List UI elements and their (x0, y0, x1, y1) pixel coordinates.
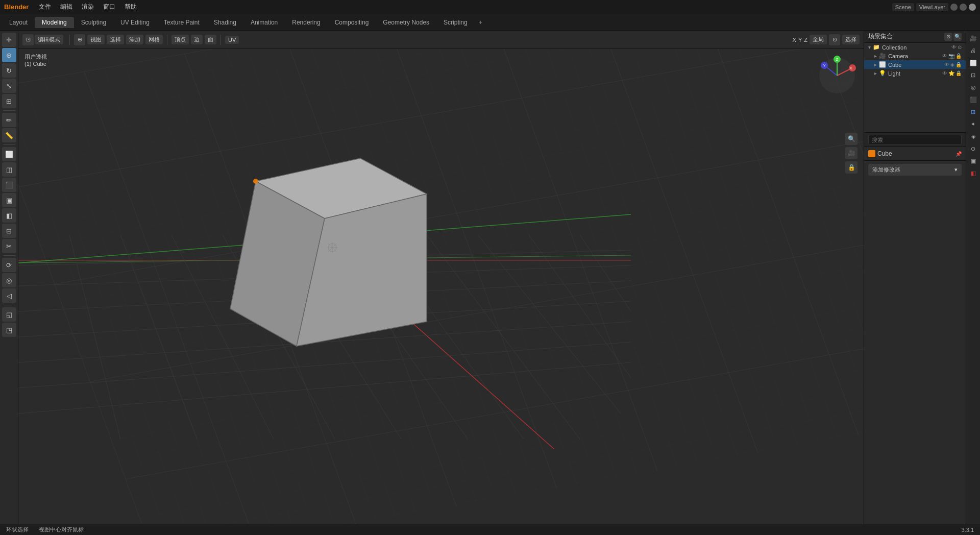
cursor-tool[interactable]: ✛ (2, 33, 16, 47)
collection-select-icon[interactable]: ⊙ (958, 44, 962, 50)
scale-tool[interactable]: ⤡ (2, 79, 16, 93)
tab-geometry-nodes[interactable]: Geometry Nodes (376, 17, 436, 28)
viewport-mode-icon[interactable]: ⊡ (22, 34, 34, 45)
tab-animation[interactable]: Animation (243, 17, 285, 28)
scene-label[interactable]: Scene (892, 3, 914, 11)
view-menu-icon[interactable]: ⊕ (74, 34, 85, 45)
shrink-tool[interactable]: ◳ (2, 323, 16, 337)
measure-tool[interactable]: 📏 (2, 128, 16, 142)
tab-texture-paint[interactable]: Texture Paint (157, 17, 207, 28)
outliner-light[interactable]: ▸ 💡 Light 👁 ⭐ 🔒 (864, 69, 966, 78)
select-mode[interactable]: 选择 (842, 35, 860, 44)
viewlayer-label[interactable]: ViewLayer (916, 3, 948, 11)
light-lock-icon[interactable]: 🔒 (955, 70, 962, 76)
close-button[interactable] (969, 4, 976, 11)
outliner-cube[interactable]: ▸ ⬜ Cube 👁 ◈ 🔒 (864, 60, 966, 69)
tab-layout[interactable]: Layout (2, 17, 35, 28)
smooth-tool[interactable]: ◎ (2, 273, 16, 287)
loop-cut-tool[interactable]: ⊟ (2, 224, 16, 238)
modifier-properties-icon[interactable]: ⊞ (968, 106, 979, 117)
vertex-menu[interactable]: 顶点 (172, 35, 189, 44)
mesh-menu[interactable]: 网格 (145, 35, 163, 44)
constraints-properties-icon[interactable]: ⊙ (968, 143, 979, 154)
menu-window[interactable]: 窗口 (99, 2, 119, 12)
maximize-button[interactable] (960, 4, 967, 11)
inset-tool[interactable]: ▣ (2, 193, 16, 207)
svg-rect-2 (18, 31, 864, 524)
properties-object-name[interactable]: Cube (877, 150, 892, 157)
particles-properties-icon[interactable]: ✦ (968, 118, 979, 130)
cube-lock-icon[interactable]: 🔒 (955, 62, 962, 67)
tab-modeling[interactable]: Modeling (35, 17, 74, 28)
menu-render[interactable]: 渲染 (78, 2, 98, 12)
outliner-collection[interactable]: ▾ 📁 Collection 👁 ⊙ (864, 43, 966, 52)
camera-render-icon[interactable]: 📷 (948, 53, 954, 59)
camera-lock-icon[interactable]: 🔒 (955, 53, 962, 59)
extrude-tool[interactable]: ⬛ (2, 178, 16, 192)
separator-3 (3, 255, 15, 256)
bevel-tool[interactable]: ◧ (2, 208, 16, 223)
camera-view-icon[interactable]: 🎥 (845, 147, 857, 159)
pin-icon[interactable]: 📌 (955, 151, 962, 157)
add-menu[interactable]: 添加 (126, 35, 143, 44)
face-menu[interactable]: 面 (205, 35, 216, 44)
properties-search-input[interactable] (868, 135, 962, 145)
collection-visibility-icon[interactable]: 👁 (951, 44, 957, 50)
tab-shading[interactable]: Shading (207, 17, 243, 28)
outliner-filter-icon[interactable]: ⊙ (944, 33, 952, 41)
snap-icon[interactable]: ⊙ (829, 34, 840, 45)
tab-scripting[interactable]: Scripting (436, 17, 475, 28)
menu-help[interactable]: 帮助 (120, 2, 141, 12)
cube-visibility-icon[interactable]: 👁 (944, 62, 949, 67)
viewport-gizmo[interactable]: X Y Z (817, 55, 857, 96)
minimize-button[interactable] (950, 4, 958, 11)
select-menu[interactable]: 选择 (107, 35, 124, 44)
slide-tool[interactable]: ◁ (2, 288, 16, 303)
lock-icon[interactable]: 🔒 (845, 161, 857, 174)
render-properties-icon[interactable]: 🎥 (968, 33, 979, 44)
camera-visibility-icon[interactable]: 👁 (942, 53, 947, 59)
add-cube-tool[interactable]: ⬜ (2, 147, 16, 161)
scene-properties-icon[interactable]: ⊡ (968, 69, 979, 81)
zoom-in-icon[interactable]: 🔍 (845, 133, 857, 145)
viewport-3d[interactable]: ⊡ 编辑模式 ⊕ 视图 选择 添加 网格 顶点 边 面 UV X Y Z 全局 … (18, 31, 864, 524)
physics-properties-icon[interactable]: ◈ (968, 131, 979, 142)
uv-menu[interactable]: UV (225, 36, 239, 44)
move-tool[interactable]: ⊕ (2, 48, 16, 62)
add-modifier-button[interactable]: 添加修改器 ▾ (868, 164, 962, 176)
material-properties-icon[interactable]: ◧ (968, 167, 979, 179)
knife-tool[interactable]: ✂ (2, 239, 16, 253)
outliner-camera[interactable]: ▸ 🎥 Camera 👁 📷 🔒 (864, 52, 966, 60)
view-layer-properties-icon[interactable]: ⬜ (968, 57, 979, 68)
data-properties-icon[interactable]: ▣ (968, 155, 979, 166)
shear-tool[interactable]: ◱ (2, 307, 16, 322)
cube-material-icon[interactable]: ◈ (950, 62, 954, 67)
object-cube-icon (868, 150, 875, 157)
light-render-icon[interactable]: ⭐ (948, 70, 954, 76)
menu-file[interactable]: 文件 (35, 2, 55, 12)
add-mesh-tool[interactable]: ◫ (2, 162, 16, 177)
tab-compositing[interactable]: Compositing (328, 17, 376, 28)
object-properties-icon[interactable]: ⬛ (968, 94, 979, 105)
global-transform[interactable]: 全局 (810, 35, 827, 44)
outliner-arrow-camera: ▸ (874, 53, 877, 59)
separator-2 (3, 144, 15, 145)
rotate-tool[interactable]: ↻ (2, 63, 16, 78)
viewport-label: 用户透视 (1) Cube (24, 53, 47, 67)
tab-sculpting[interactable]: Sculpting (74, 17, 113, 28)
menu-edit[interactable]: 编辑 (56, 2, 77, 12)
world-properties-icon[interactable]: ◎ (968, 82, 979, 93)
transform-tool[interactable]: ⊞ (2, 94, 16, 108)
tab-add[interactable]: + (475, 17, 486, 28)
tab-uv-editing[interactable]: UV Editing (113, 17, 157, 28)
view-menu[interactable]: 视图 (87, 35, 105, 44)
tab-rendering[interactable]: Rendering (285, 17, 327, 28)
spin-tool[interactable]: ⟳ (2, 258, 16, 272)
output-properties-icon[interactable]: 🖨 (968, 45, 979, 56)
outliner-search-icon[interactable]: 🔍 (953, 33, 962, 41)
edge-menu[interactable]: 边 (191, 35, 203, 44)
edit-mode-button[interactable]: 编辑模式 (35, 35, 63, 44)
xyz-z: Z (804, 37, 807, 43)
annotate-tool[interactable]: ✏ (2, 113, 16, 127)
light-visibility-icon[interactable]: 👁 (942, 70, 947, 76)
